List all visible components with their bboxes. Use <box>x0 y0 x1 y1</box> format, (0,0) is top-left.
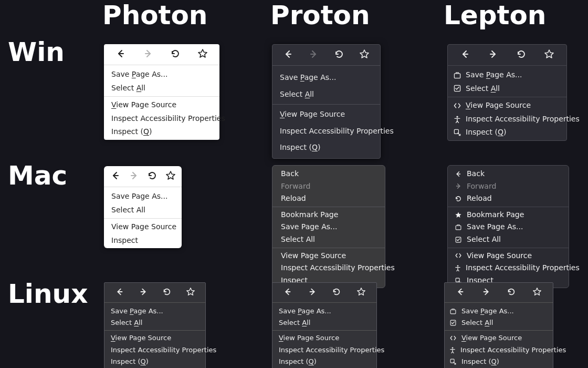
menu-item-label: Save Page As... <box>279 306 331 316</box>
menu-item-select-all[interactable]: Select All <box>272 317 376 329</box>
forward-icon[interactable] <box>131 284 155 299</box>
menu-item-select-all[interactable]: Select All <box>104 81 219 95</box>
menu-item-inspect[interactable]: Inspect (Q) <box>445 356 553 367</box>
menu-item-inspect-a11y[interactable]: Inspect Accessibility Properties <box>272 123 380 140</box>
reload-icon[interactable] <box>327 47 352 62</box>
forward-icon[interactable] <box>301 47 326 62</box>
menu-item-select-all[interactable]: Select All <box>448 233 569 246</box>
bookmark-icon[interactable] <box>161 168 180 183</box>
menu-item-inspect-a11y[interactable]: Inspect Accessibility Properties <box>104 344 205 356</box>
forward-icon[interactable] <box>300 284 325 299</box>
menu-item-label: Save Page As... <box>111 191 167 202</box>
menu-item-select-all[interactable]: Select All <box>448 82 566 96</box>
menu-item-label: Bookmark Page <box>467 210 524 220</box>
menu-item-bookmark-page[interactable]: Bookmark Page <box>448 209 569 221</box>
menu-item-label: Inspect (Q) <box>279 357 317 366</box>
reload-icon[interactable] <box>155 284 178 299</box>
reload-icon[interactable] <box>143 168 161 183</box>
back-icon[interactable] <box>276 47 301 62</box>
menu-item-select-all[interactable]: Select All <box>272 233 385 246</box>
menu-item-label: Inspect (Q) <box>111 357 149 366</box>
menu-item-save-page-as[interactable]: Save Page As... <box>104 190 182 203</box>
menu-proton-mac: Back Forward Reload Bookmark Page Save P… <box>272 165 385 288</box>
menu-item-forward[interactable]: Forward <box>272 180 385 193</box>
menu-item-label: Inspect (Q) <box>461 357 499 366</box>
back-icon[interactable] <box>448 284 474 299</box>
menu-item-inspect-a11y[interactable]: Inspect Accessibility Properties <box>448 262 569 274</box>
accessibility-icon <box>453 115 461 124</box>
menu-item-inspect[interactable]: Inspect (Q) <box>272 356 376 367</box>
menu-item-view-source[interactable]: View Page Source <box>445 332 553 344</box>
menu-item-label: Save Page As... <box>467 222 523 232</box>
menu-item-inspect[interactable]: Inspect (Q) <box>104 356 205 367</box>
menu-item-label: Reload <box>281 193 306 204</box>
menu-lepton-win: Save Page As... Select All View Page Sou… <box>447 44 567 141</box>
menu-item-reload[interactable]: Reload <box>448 192 569 205</box>
menu-item-view-source[interactable]: View Page Source <box>448 99 566 113</box>
forward-icon[interactable] <box>134 46 162 61</box>
menu-item-select-all[interactable]: Select All <box>272 86 380 103</box>
menu-item-save-page-as[interactable]: Save Page As... <box>272 305 376 317</box>
bookmark-icon[interactable] <box>536 47 564 62</box>
menu-item-save-page-as[interactable]: Save Page As... <box>272 69 380 86</box>
menu-lepton-linux: Save Page As... Select All View Page Sou… <box>444 282 553 368</box>
menu-item-inspect[interactable]: Inspect <box>104 234 182 248</box>
menu-item-view-source[interactable]: View Page Source <box>448 250 569 262</box>
menu-item-select-all[interactable]: Select All <box>104 203 182 217</box>
forward-icon[interactable] <box>479 47 508 62</box>
menu-item-view-source[interactable]: View Page Source <box>272 106 380 123</box>
menu-item-select-all[interactable]: Select All <box>445 317 553 329</box>
menu-item-save-page-as[interactable]: Save Page As... <box>445 305 553 317</box>
menu-item-view-source[interactable]: View Page Source <box>272 332 376 344</box>
bookmark-icon[interactable] <box>352 47 377 62</box>
back-icon[interactable] <box>107 46 134 61</box>
menu-toolbar <box>104 166 182 185</box>
back-icon[interactable] <box>106 168 124 183</box>
menu-item-save-page-as[interactable]: Save Page As... <box>448 68 566 82</box>
menu-item-inspect-a11y[interactable]: Inspect Accessibility Properties <box>104 112 219 126</box>
menu-item-view-source[interactable]: View Page Source <box>104 98 219 112</box>
back-icon[interactable] <box>451 47 479 62</box>
bookmark-icon[interactable] <box>349 284 374 299</box>
menu-item-inspect-a11y[interactable]: Inspect Accessibility Properties <box>448 113 566 126</box>
bookmark-icon[interactable] <box>524 284 550 299</box>
menu-item-view-source[interactable]: View Page Source <box>104 332 205 344</box>
menu-lepton-mac: Back Forward Reload Bookmark Page Save P… <box>447 165 569 288</box>
bookmark-icon[interactable] <box>189 46 216 61</box>
menu-item-view-source[interactable]: View Page Source <box>104 220 182 234</box>
menu-item-back[interactable]: Back <box>448 168 569 180</box>
menu-item-save-page-as[interactable]: Save Page As... <box>448 221 569 233</box>
menu-item-label: Forward <box>467 181 496 192</box>
inspect-icon <box>453 128 461 137</box>
back-icon[interactable] <box>108 284 131 299</box>
menu-item-inspect[interactable]: Inspect (Q) <box>104 125 219 139</box>
menu-item-inspect[interactable]: Inspect (Q) <box>448 126 566 139</box>
menu-toolbar <box>104 283 205 301</box>
menu-item-inspect[interactable]: Inspect (Q) <box>272 139 380 156</box>
forward-icon[interactable] <box>474 284 499 299</box>
forward-icon[interactable] <box>124 168 143 183</box>
menu-item-reload[interactable]: Reload <box>272 192 385 205</box>
code-icon <box>453 101 461 110</box>
menu-item-save-page-as[interactable]: Save Page As... <box>272 221 385 233</box>
menu-item-save-page-as[interactable]: Save Page As... <box>104 305 205 317</box>
menu-item-save-page-as[interactable]: Save Page As... <box>104 68 219 81</box>
menu-item-label: Inspect Accessibility Properties <box>466 263 580 273</box>
menu-proton-linux: Save Page As... Select All View Page Sou… <box>272 282 377 368</box>
menu-item-forward[interactable]: Forward <box>448 180 569 193</box>
menu-item-select-all[interactable]: Select All <box>104 317 205 329</box>
menu-item-inspect-a11y[interactable]: Inspect Accessibility Properties <box>445 344 553 356</box>
menu-item-inspect-a11y[interactable]: Inspect Accessibility Properties <box>272 262 385 274</box>
menu-item-back[interactable]: Back <box>272 168 385 180</box>
menu-item-bookmark-page[interactable]: Bookmark Page <box>272 209 385 221</box>
reload-icon[interactable] <box>507 47 536 62</box>
menu-item-view-source[interactable]: View Page Source <box>272 250 385 262</box>
reload-icon[interactable] <box>162 46 189 61</box>
reload-icon[interactable] <box>324 284 349 299</box>
bookmark-icon[interactable] <box>178 284 202 299</box>
menu-item-inspect-a11y[interactable]: Inspect Accessibility Properties <box>272 344 376 356</box>
back-icon[interactable] <box>276 284 300 299</box>
reload-icon[interactable] <box>499 284 524 299</box>
menu-item-label: Inspect (Q) <box>280 142 320 153</box>
menu-item-label: Select All <box>279 318 310 328</box>
